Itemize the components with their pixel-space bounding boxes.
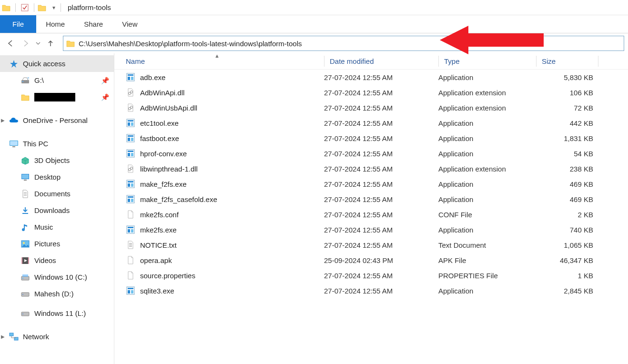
up-button[interactable] — [44, 37, 57, 50]
sidebar-item-redacted[interactable]: 📌 — [0, 89, 114, 105]
sidebar-item-desktop[interactable]: Desktop — [0, 169, 114, 185]
svg-rect-43 — [128, 135, 133, 137]
sidebar-quick-access[interactable]: Quick access — [0, 55, 114, 72]
file-size: 72 KB — [536, 104, 598, 112]
address-bar[interactable]: C:\Users\Mahesh\Desktop\platform-tools-l… — [63, 36, 624, 51]
file-size: 106 KB — [536, 89, 598, 97]
table-row[interactable]: libwinpthread-1.dll27-07-2024 12:55 AMAp… — [114, 161, 628, 176]
chevron-right-icon[interactable]: ▶ — [1, 334, 5, 339]
file-name: sqlite3.exe — [140, 287, 174, 295]
svg-rect-19 — [28, 257, 29, 264]
file-size: 2 KB — [536, 211, 598, 219]
sidebar-item-documents[interactable]: Documents — [0, 185, 114, 202]
file-icon — [126, 271, 135, 280]
column-header-size[interactable]: Size — [536, 53, 598, 69]
sidebar-this-pc[interactable]: This PC — [0, 135, 114, 152]
sidebar-item-label: G:\ — [34, 76, 44, 84]
svg-rect-55 — [131, 183, 133, 187]
recent-dropdown[interactable] — [34, 37, 42, 50]
ribbon: File Home Share View — [0, 15, 628, 33]
sidebar[interactable]: Quick access ? G:\ 📌 📌 ▶ OneDrive - Pers… — [0, 53, 114, 364]
svg-rect-32 — [128, 77, 130, 80]
table-row[interactable]: fastboot.exe27-07-2024 12:55 AMApplicati… — [114, 131, 628, 146]
column-header-date[interactable]: Date modified — [324, 53, 438, 69]
sidebar-item-win11[interactable]: Windows 11 (L:) — [0, 305, 114, 322]
table-row[interactable]: mke2fs.conf27-07-2024 12:55 AMCONF File2… — [114, 207, 628, 222]
table-row[interactable]: make_f2fs_casefold.exe27-07-2024 12:55 A… — [114, 192, 628, 207]
drive-icon — [20, 289, 30, 299]
separator — [15, 3, 16, 12]
sidebar-item-3dobjects[interactable]: 3D Objects — [0, 152, 114, 169]
file-name: opera.apk — [140, 256, 172, 264]
folder-icon — [2, 4, 10, 11]
svg-point-16 — [23, 242, 25, 244]
file-size: 2,845 KB — [536, 287, 598, 295]
file-name: mke2fs.conf — [140, 211, 179, 219]
sidebar-item-music[interactable]: Music — [0, 219, 114, 235]
svg-rect-39 — [128, 120, 133, 121]
table-row[interactable]: adb.exe27-07-2024 12:55 AMApplication5,8… — [114, 70, 628, 85]
file-name: AdbWinUsbApi.dll — [140, 104, 197, 112]
sidebar-onedrive[interactable]: ▶ OneDrive - Personal — [0, 112, 114, 129]
forward-button[interactable] — [19, 37, 32, 50]
file-list[interactable]: ▲ Name Date modified Type Size adb.exe27… — [114, 53, 628, 364]
chevron-right-icon[interactable]: ▶ — [1, 118, 5, 123]
file-date: 27-07-2024 12:55 AM — [324, 89, 438, 97]
sidebar-item-win10[interactable]: Windows 10 (C:) — [0, 269, 114, 285]
ribbon-tab-file[interactable]: File — [0, 15, 36, 33]
table-row[interactable]: etc1tool.exe27-07-2024 12:55 AMApplicati… — [114, 115, 628, 131]
file-date: 27-07-2024 12:55 AM — [324, 73, 438, 81]
sidebar-item-label: Quick access — [23, 60, 65, 68]
sidebar-item-label: Documents — [34, 190, 71, 198]
table-row[interactable]: mke2fs.exe27-07-2024 12:55 AMApplication… — [114, 222, 628, 237]
sidebar-item-pictures[interactable]: Pictures — [0, 235, 114, 252]
svg-rect-47 — [128, 151, 133, 152]
sidebar-network[interactable]: ▶ Network — [0, 328, 114, 345]
table-row[interactable]: sqlite3.exe27-07-2024 12:55 AMApplicatio… — [114, 283, 628, 298]
file-icon — [126, 133, 135, 143]
table-row[interactable]: AdbWinApi.dll27-07-2024 12:55 AMApplicat… — [114, 85, 628, 100]
svg-marker-2 — [10, 60, 18, 68]
file-size: 469 KB — [536, 195, 598, 203]
svg-rect-33 — [131, 77, 133, 80]
file-icon — [126, 255, 135, 265]
table-row[interactable]: hprof-conv.exe27-07-2024 12:55 AMApplica… — [114, 146, 628, 161]
svg-rect-13 — [22, 213, 28, 214]
table-row[interactable]: NOTICE.txt27-07-2024 12:55 AMText Docume… — [114, 237, 628, 253]
folder-icon[interactable] — [38, 4, 46, 11]
table-row[interactable]: make_f2fs.exe27-07-2024 12:55 AMApplicat… — [114, 176, 628, 192]
address-path[interactable]: C:\Users\Mahesh\Desktop\platform-tools-l… — [79, 40, 621, 48]
pc-icon — [9, 139, 19, 149]
ribbon-tab-share[interactable]: Share — [74, 15, 112, 33]
file-type: Application — [438, 195, 536, 203]
file-name: NOTICE.txt — [140, 241, 177, 249]
sidebar-item-videos[interactable]: Videos — [0, 252, 114, 269]
sidebar-item-mahesh[interactable]: Mahesh (D:) — [0, 285, 114, 302]
svg-rect-67 — [131, 290, 133, 293]
ribbon-tab-view[interactable]: View — [112, 15, 147, 33]
folder-icon — [66, 40, 75, 47]
table-row[interactable]: source.properties27-07-2024 12:55 AMPROP… — [114, 268, 628, 283]
file-icon — [126, 179, 135, 189]
file-icon — [126, 72, 135, 82]
file-date: 27-07-2024 12:55 AM — [324, 226, 438, 234]
file-name: AdbWinApi.dll — [140, 89, 184, 97]
svg-rect-62 — [128, 229, 130, 233]
table-row[interactable]: AdbWinUsbApi.dll27-07-2024 12:55 AMAppli… — [114, 100, 628, 115]
column-header-type[interactable]: Type — [438, 53, 536, 69]
desktop-icon — [20, 172, 30, 182]
sidebar-item-label: Network — [23, 333, 49, 341]
picture-icon — [20, 239, 30, 249]
svg-rect-57 — [128, 196, 133, 198]
ribbon-tab-home[interactable]: Home — [36, 15, 74, 33]
qat-properties-icon[interactable] — [19, 2, 30, 13]
sidebar-item-gdrive[interactable]: ? G:\ 📌 — [0, 72, 114, 89]
table-row[interactable]: opera.apk25-09-2024 02:43 PMAPK File46,3… — [114, 253, 628, 268]
back-button[interactable] — [4, 37, 17, 50]
sidebar-item-downloads[interactable]: Downloads — [0, 202, 114, 219]
file-icon — [126, 210, 135, 219]
qat-dropdown-icon[interactable]: ▾ — [51, 4, 57, 11]
svg-rect-65 — [128, 288, 133, 289]
file-date: 27-07-2024 12:55 AM — [324, 119, 438, 127]
file-date: 27-07-2024 12:55 AM — [324, 134, 438, 142]
